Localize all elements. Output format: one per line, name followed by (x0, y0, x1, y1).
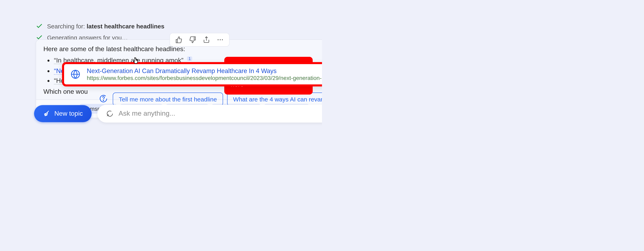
followup-pill[interactable]: Tell me more about the first headline (113, 93, 223, 106)
more-icon (216, 36, 224, 44)
link-hover-popup[interactable]: Next-Generation AI Can Dramatically Reva… (62, 62, 322, 86)
thumbs-up-icon (175, 36, 182, 44)
svg-point-5 (103, 100, 104, 100)
new-topic-button[interactable]: New topic (34, 105, 92, 122)
check-icon (36, 22, 43, 30)
globe-icon (69, 68, 82, 81)
thumbs-up-button[interactable] (175, 36, 183, 44)
svg-point-3 (222, 39, 223, 40)
popup-title: Next-Generation AI Can Dramatically Reva… (87, 67, 322, 75)
new-topic-label: New topic (54, 110, 83, 117)
citation-badge[interactable]: 1 (187, 56, 192, 61)
svg-point-2 (220, 39, 221, 40)
bottom-input-row: New topic (34, 105, 322, 123)
svg-point-1 (218, 39, 218, 40)
status-searching-prefix: Searching for: (47, 23, 86, 30)
share-icon (203, 36, 210, 44)
pointer-cursor-icon (132, 57, 140, 67)
status-searching-term: latest healthcare headlines (86, 23, 164, 30)
thumbs-down-button[interactable] (188, 36, 197, 44)
share-button[interactable] (202, 36, 210, 44)
question-icon (99, 94, 108, 105)
status-searching: Searching for: latest healthcare headlin… (36, 22, 164, 30)
chat-icon (106, 110, 114, 118)
broom-icon (43, 110, 50, 117)
feedback-toolbar (170, 33, 230, 47)
popup-url: https://www.forbes.com/sites/forbesbusin… (87, 75, 322, 81)
ask-input[interactable] (118, 110, 322, 118)
ask-bar[interactable] (98, 105, 322, 123)
thumbs-down-icon (189, 36, 196, 44)
more-button[interactable] (216, 36, 224, 44)
